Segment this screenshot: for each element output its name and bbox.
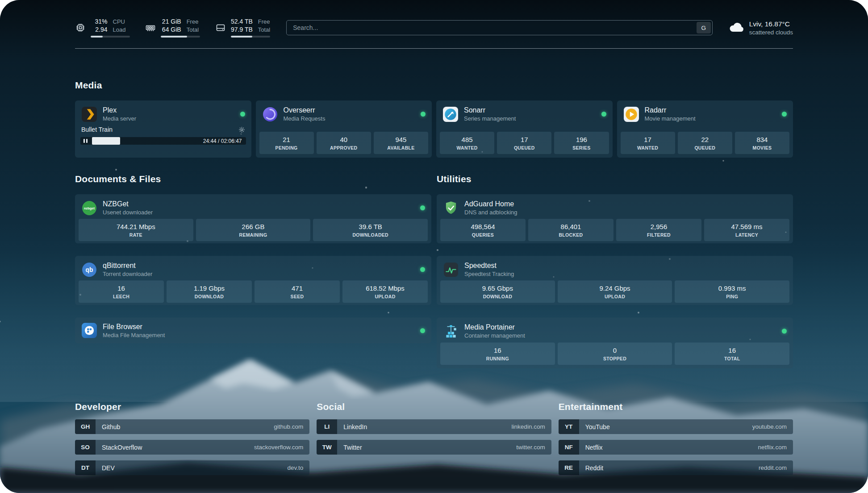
pause-icon[interactable] [83, 139, 88, 143]
stat-box: 21PENDING [259, 132, 314, 154]
stat-box: 9.24 GbpsUPLOAD [558, 280, 672, 303]
cpu-label-bottom: Load [113, 26, 130, 33]
plex-progress-bar[interactable]: 24:44 / 02:06:47 [80, 137, 246, 145]
disk-label-top: Free [258, 18, 270, 25]
bookmark-url: youtube.com [752, 419, 793, 434]
service-card-plex[interactable]: Plex Media server Bullet Train [75, 100, 251, 158]
bookmark-abbr: NF [559, 440, 579, 455]
cpu-icon [75, 22, 86, 33]
search-input[interactable] [286, 20, 712, 35]
service-description: Usenet downloader [103, 209, 153, 216]
section-title-utilities: Utilities [437, 174, 793, 184]
sonarr-icon [442, 106, 459, 122]
service-description: Container management [464, 332, 525, 339]
cloud-icon [729, 21, 744, 34]
bookmark-abbr: DT [75, 460, 96, 475]
section-title-developer: Developer [75, 401, 309, 412]
service-name: Sonarr [464, 106, 516, 115]
bookmark-netflix[interactable]: NF Netflix netflix.com [559, 440, 793, 455]
bookmark-abbr: TW [317, 440, 337, 455]
stat-box: 16TOTAL [675, 343, 789, 365]
memory-label-bottom: Total [187, 26, 200, 33]
plex-progress-fill [92, 137, 120, 145]
bookmark-dev[interactable]: DT DEV dev.to [75, 460, 309, 475]
bookmark-name: Github [96, 419, 120, 434]
bookmark-abbr: LI [317, 419, 337, 434]
section-title-documents: Documents & Files [75, 174, 431, 184]
service-card-filebrowser[interactable]: File Browser Media File Management [75, 318, 431, 343]
service-name: Media Portainer [464, 323, 525, 332]
service-card-overseerr[interactable]: Overseerr Media Requests 21PENDING 40APP… [256, 100, 432, 158]
bookmark-group-entertainment: Entertainment YT YouTube youtube.com NF … [559, 401, 793, 481]
bookmark-abbr: RE [559, 460, 579, 475]
bookmark-url: stackoverflow.com [254, 440, 309, 455]
memory-label-top: Free [187, 18, 200, 25]
bookmark-abbr: SO [75, 440, 96, 455]
bookmark-name: Reddit [579, 460, 603, 475]
service-card-portainer[interactable]: Media Portainer Container management 16R… [437, 318, 793, 368]
cpu-percent: 31% [91, 18, 108, 25]
plex-icon [81, 106, 97, 122]
svg-text:nzbget: nzbget [84, 206, 95, 210]
header: 31% CPU 2.94 Load [75, 13, 793, 42]
service-card-nzbget[interactable]: nzbget NZBGet Usenet downloader 744.21 M… [75, 194, 431, 243]
service-description: Speedtest Tracking [464, 270, 514, 278]
search-bar: G [286, 20, 712, 35]
stat-box: 0.993 msPING [675, 280, 789, 303]
disk-icon [215, 22, 226, 33]
bookmark-url: dev.to [288, 460, 310, 475]
bookmark-youtube[interactable]: YT YouTube youtube.com [559, 419, 793, 434]
disk-label-bottom: Total [258, 26, 270, 33]
service-name: File Browser [103, 322, 165, 331]
stat-box: 9.65 GbpsDOWNLOAD [440, 280, 555, 303]
section-title-social: Social [317, 401, 551, 412]
service-card-qbittorrent[interactable]: qb qBittorrent Torrent downloader 16LEEC… [75, 256, 431, 305]
status-dot [240, 112, 245, 117]
section-utilities: Utilities AdGuard Home [437, 174, 793, 368]
gear-icon[interactable] [238, 126, 245, 133]
stat-box: 618.52 MbpsUPLOAD [342, 280, 428, 303]
bookmark-name: Netflix [579, 440, 603, 455]
memory-total: 64 GiB [161, 26, 181, 33]
section-documents: Documents & Files nzbget NZBGet Usenet d… [75, 174, 431, 368]
bookmark-abbr: GH [75, 419, 96, 434]
radarr-icon [623, 106, 639, 122]
disk-free: 52.4 TB [231, 18, 253, 25]
service-description: Series management [464, 115, 516, 122]
weather-condition: scattered clouds [749, 29, 793, 36]
bookmark-stackoverflow[interactable]: SO StackOverflow stackoverflow.com [75, 440, 309, 455]
bookmark-group-social: Social LI LinkedIn linkedin.com TW Twitt… [317, 401, 551, 481]
bookmark-reddit[interactable]: RE Reddit reddit.com [559, 460, 793, 475]
stat-box: 17WANTED [621, 132, 675, 154]
bookmark-twitter[interactable]: TW Twitter twitter.com [317, 440, 551, 455]
memory-icon [145, 22, 156, 33]
bookmark-name: StackOverflow [96, 440, 142, 455]
bookmark-url: twitter.com [516, 440, 551, 455]
service-description: Media File Management [103, 331, 165, 339]
service-card-speedtest[interactable]: Speedtest Speedtest Tracking 9.65 GbpsDO… [437, 256, 793, 305]
bookmark-github[interactable]: GH Github github.com [75, 419, 309, 434]
status-dot [782, 329, 787, 334]
bookmark-url: reddit.com [759, 460, 793, 475]
bookmark-url: linkedin.com [512, 419, 551, 434]
stat-box: 2,956FILTERED [616, 219, 701, 241]
service-card-sonarr[interactable]: Sonarr Series management 485WANTED 17QUE… [436, 100, 613, 158]
disk-widget: 52.4 TB Free 97.9 TB Total [215, 18, 270, 38]
bookmark-group-developer: Developer GH Github github.com SO StackO… [75, 401, 309, 481]
service-card-adguard[interactable]: AdGuard Home DNS and adblocking 498,564Q… [437, 194, 793, 243]
status-dot [420, 328, 425, 333]
service-name: Radarr [645, 106, 696, 115]
disk-usage-bar [231, 36, 270, 38]
stat-box: 485WANTED [440, 132, 494, 154]
stat-box: 498,564QUERIES [440, 219, 526, 241]
stat-box: 744.21 MbpsRATE [79, 219, 193, 241]
bookmark-linkedin[interactable]: LI LinkedIn linkedin.com [317, 419, 551, 434]
service-card-radarr[interactable]: Radarr Movie management 17WANTED 22QUEUE… [617, 100, 793, 158]
plex-playback-time: 24:44 / 02:06:47 [203, 137, 242, 145]
status-dot [420, 267, 425, 272]
header-divider [75, 48, 793, 49]
search-provider-button[interactable]: G [697, 22, 711, 33]
section-title-entertainment: Entertainment [559, 401, 793, 412]
nzbget-icon: nzbget [81, 200, 97, 216]
stat-box: 1.19 GbpsDOWNLOAD [167, 280, 252, 303]
